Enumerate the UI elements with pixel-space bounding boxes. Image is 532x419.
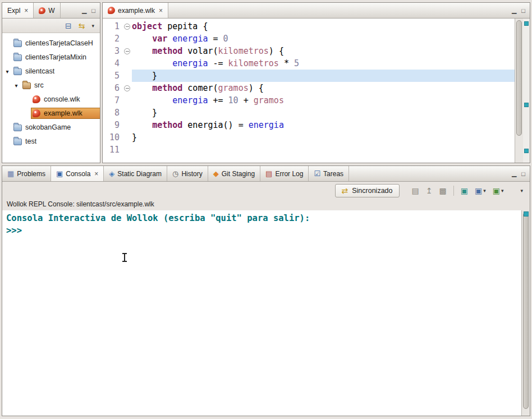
console-scrollbar[interactable] — [521, 210, 530, 416]
token — [132, 58, 172, 68]
token: ) { — [249, 83, 264, 93]
tab-example-wlk[interactable]: example.wlk × — [103, 3, 168, 18]
token: gramos — [218, 83, 249, 93]
tab-history[interactable]: ◷ History — [167, 166, 208, 181]
line-number: 6 — [103, 83, 122, 93]
new-console-view-icon[interactable]: ▣ — [493, 187, 500, 195]
folder-icon — [13, 40, 22, 47]
console-output[interactable]: Consola Interactiva de Wollok (escriba "… — [2, 210, 530, 416]
line-number: 5 — [103, 71, 122, 81]
package-explorer-panel: Expl × W ▁ □ ⊟ ⇆ ▾ clientesTarjetaClaseH… — [2, 2, 100, 163]
token — [132, 46, 152, 56]
expander-icon[interactable]: ▾ — [13, 82, 20, 88]
tree-item[interactable]: clientesTarjetaMixin — [2, 50, 100, 64]
code-line[interactable]: 5 } — [103, 70, 515, 82]
editor-scrollbar[interactable] — [515, 19, 523, 163]
token: } — [132, 132, 137, 142]
display-selected-console-icon[interactable]: ▣ — [475, 187, 482, 195]
link-with-editor-icon[interactable]: ⇆ — [79, 22, 85, 30]
tree-item[interactable]: clientesTarjetaClaseH — [2, 36, 100, 50]
token: method — [152, 46, 182, 56]
code-line[interactable]: 1object pepita { — [103, 20, 515, 33]
clear-console-icon[interactable]: ▩ — [439, 187, 446, 195]
tab-problems[interactable]: ▦ Problems — [2, 166, 51, 181]
minimize-icon[interactable]: ▁ — [512, 7, 516, 14]
tree-item[interactable]: ▾ src — [2, 78, 100, 92]
tab-label: Git Staging — [222, 170, 255, 178]
chevron-down-icon[interactable]: ▾ — [501, 188, 504, 194]
fold-spacer — [122, 144, 132, 156]
code-line[interactable]: 10} — [103, 131, 515, 144]
wollok-file-icon — [33, 95, 40, 103]
tree-item[interactable]: sokobanGame — [2, 120, 100, 134]
export-log-icon[interactable]: ↥ — [426, 187, 433, 195]
tree-item[interactable]: test — [2, 134, 100, 148]
close-icon[interactable]: × — [94, 170, 98, 178]
close-icon[interactable]: × — [159, 7, 163, 15]
scrollbar-thumb[interactable] — [516, 20, 522, 136]
maximize-icon[interactable]: □ — [521, 171, 525, 177]
close-icon[interactable]: × — [24, 7, 28, 15]
code-line[interactable]: 9 method energia() = energia — [103, 119, 515, 131]
collapse-all-icon[interactable]: ⊟ — [65, 22, 72, 30]
code-line[interactable]: 11 — [103, 144, 515, 156]
code-line[interactable]: 3 method volar(kilometros) { — [103, 45, 515, 57]
sync-icon: ⇄ — [342, 187, 348, 195]
display-selected-console-control: ▣ ▾ — [475, 187, 486, 195]
token: = — [208, 34, 223, 44]
code-line[interactable]: 4 energia -= kilometros * 5 — [103, 57, 515, 70]
view-window-buttons: ▁ □ — [77, 3, 100, 18]
maximize-icon[interactable]: □ — [521, 7, 525, 14]
token — [132, 34, 152, 44]
token — [132, 120, 152, 130]
expander-icon[interactable]: ▾ — [4, 68, 11, 74]
fold-marker[interactable] — [122, 20, 132, 33]
tree-item-selected[interactable]: example.wlk — [2, 106, 100, 120]
tree-item-label: example.wlk — [44, 109, 82, 117]
code-editor[interactable]: 1object pepita {2 var energia = 03 metho… — [103, 19, 515, 163]
view-menu-icon[interactable]: ▾ — [91, 23, 94, 29]
code-line[interactable]: 8 } — [103, 107, 515, 119]
error-log-icon: ▤ — [265, 170, 272, 177]
tree-item[interactable]: console.wlk — [2, 92, 100, 106]
token: gramos — [254, 95, 284, 105]
wollok-icon — [39, 7, 45, 14]
token: method — [152, 120, 182, 130]
view-menu-icon[interactable]: ▾ — [520, 188, 523, 194]
tab-package-explorer[interactable]: Expl × — [2, 3, 34, 18]
sync-button[interactable]: ⇄ Sincronizado — [335, 184, 400, 197]
pin-console-icon[interactable]: ▤ — [412, 187, 419, 195]
token: energia — [172, 95, 208, 105]
minimize-icon[interactable]: ▁ — [512, 170, 516, 177]
token — [132, 95, 172, 105]
token: kilometros — [228, 58, 279, 68]
code-line[interactable]: 6 method comer(gramos) { — [103, 82, 515, 94]
token: object — [132, 21, 162, 31]
code-line[interactable]: 7 energia += 10 + gramos — [103, 94, 515, 107]
problems-icon: ▦ — [7, 170, 14, 177]
token: } — [132, 108, 157, 118]
maximize-icon[interactable]: □ — [91, 7, 95, 14]
token: kilometros — [218, 46, 269, 56]
token: energia — [172, 34, 208, 44]
scrollbar-thumb[interactable] — [523, 212, 529, 409]
tab-tareas[interactable]: ☑ Tareas — [309, 166, 349, 181]
code-text: energia += 10 + gramos — [132, 95, 284, 105]
code-line[interactable]: 2 var energia = 0 — [103, 33, 515, 45]
console-toolbar: ⇄ Sincronizado ▤ ↥ ▩ ▣ ▣ ▾ ▣ ▾ ▾ — [2, 182, 530, 200]
tab-consola[interactable]: ▣ Consola × — [51, 166, 104, 181]
tree-item[interactable]: ▾ silentcast — [2, 64, 100, 78]
fold-marker[interactable] — [122, 45, 132, 57]
tab-error-log[interactable]: ▤ Error Log — [260, 166, 309, 181]
tab-git-staging[interactable]: ◆ Git Staging — [208, 166, 260, 181]
token: var — [152, 34, 167, 44]
tab-static-diagram[interactable]: ◈ Static Diagram — [104, 166, 167, 181]
fold-marker[interactable] — [122, 82, 132, 94]
minimize-icon[interactable]: ▁ — [82, 7, 86, 14]
tab-wollok-view[interactable]: W — [34, 3, 60, 18]
new-console-view-control: ▣ ▾ — [493, 187, 504, 195]
open-console-icon[interactable]: ▣ — [461, 187, 468, 195]
chevron-down-icon[interactable]: ▾ — [483, 188, 486, 194]
code-text: method energia() = energia — [132, 120, 284, 130]
code-text: energia -= kilometros * 5 — [132, 58, 299, 68]
